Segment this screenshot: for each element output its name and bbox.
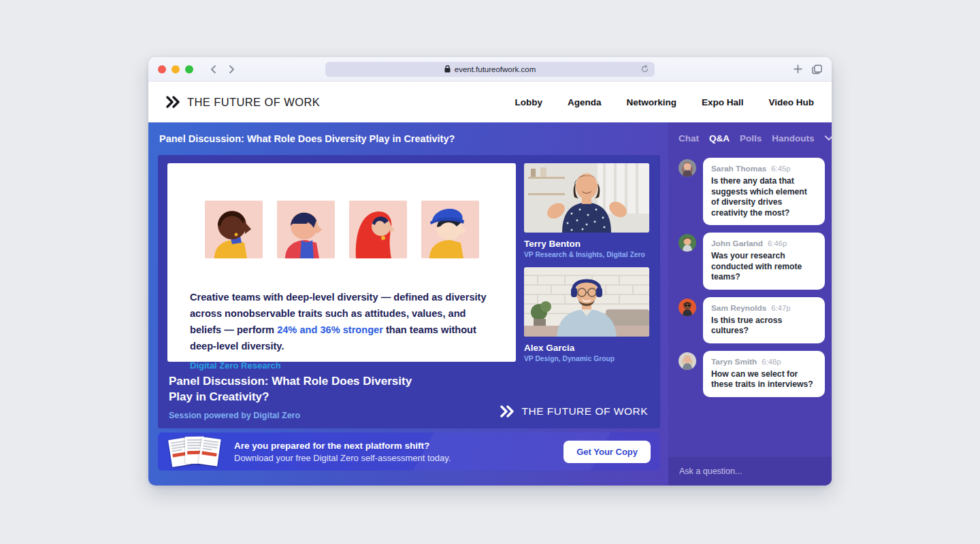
main-nav: Lobby Agenda Networking Expo Hall Video … [514, 97, 814, 107]
avatar [679, 352, 696, 370]
portrait-illustration-4 [421, 201, 479, 258]
speaker-video-feed[interactable] [524, 163, 649, 233]
session-stage: Panel Discussion: What Role Does Diversi… [148, 122, 668, 486]
question-item: Sam Reynolds6:47p Is this true across cu… [679, 297, 825, 343]
tab-chat[interactable]: Chat [679, 133, 699, 143]
question-list[interactable]: Sarah Thomas6:45p Is there any data that… [668, 154, 832, 457]
question-text: Was your research conducted with remote … [711, 251, 817, 283]
reload-icon[interactable] [640, 65, 649, 73]
question-time: 6:47p [771, 304, 790, 312]
question-time: 6:46p [768, 239, 787, 248]
portrait-illustration-2 [277, 201, 335, 258]
question-card[interactable]: John Garland6:46p Was your research cond… [703, 233, 825, 290]
highlighted-stat: 24% and 36% stronger [277, 324, 383, 335]
question-item: John Garland6:46p Was your research cond… [679, 233, 825, 290]
session-watermark-logo: THE FUTURE OF WORK [500, 405, 648, 420]
tab-polls[interactable]: Polls [740, 133, 762, 143]
new-tab-icon[interactable] [794, 65, 802, 73]
speaker-role: VP Design, Dynamic Group [524, 355, 649, 362]
get-your-copy-button[interactable]: Get Your Copy [564, 441, 651, 463]
question-card[interactable]: Sam Reynolds6:47p Is this true across cu… [703, 297, 825, 343]
portrait-illustration-1 [205, 201, 263, 258]
nav-item-expo-hall[interactable]: Expo Hall [702, 97, 744, 107]
engagement-sidebar: Chat Q&A Polls Handouts Sarah Thomas6:45… [668, 122, 832, 486]
speaker-name: Alex Garcia [524, 343, 649, 353]
speaker-video-feed[interactable] [524, 267, 649, 337]
session-powered-by: Session powered by Digital Zero [169, 411, 412, 420]
double-chevron-logo-icon [500, 405, 515, 418]
question-text: Is there any data that suggests which el… [711, 176, 817, 218]
question-item: Taryn Smith6:48p How can we select for t… [679, 351, 825, 397]
banner-heading: Are you prepared for the next platform s… [234, 441, 451, 451]
browser-window: event.futureofwork.com THE FUTURE OF WOR… [148, 57, 832, 486]
tab-qa[interactable]: Q&A [709, 133, 730, 143]
lock-icon [444, 65, 451, 73]
nav-item-agenda[interactable]: Agenda [568, 97, 602, 107]
video-player[interactable]: Creative teams with deep-level diversity… [158, 155, 660, 428]
zoom-window-button[interactable] [185, 65, 193, 73]
question-author: John Garland [711, 239, 763, 248]
close-window-button[interactable] [158, 65, 166, 73]
slide-source-link[interactable]: Digital Zero Research [190, 360, 493, 371]
address-bar[interactable]: event.futureofwork.com [325, 62, 655, 77]
presentation-slide: Creative teams with deep-level diversity… [167, 163, 516, 362]
speaker-name: Terry Benton [524, 239, 649, 249]
site-header: THE FUTURE OF WORK Lobby Agenda Networki… [148, 82, 832, 122]
back-button[interactable] [210, 65, 217, 73]
diversity-illustration [190, 201, 493, 258]
session-title: Panel Discussion: What Role Does Diversi… [169, 373, 412, 405]
speaker-terry-benton: Terry Benton VP Research & Insights, Dig… [524, 163, 649, 258]
speaker-alex-garcia: Alex Garcia VP Design, Dynamic Group [524, 267, 649, 362]
assessment-document-thumbnail [167, 436, 220, 467]
avatar [679, 159, 696, 177]
question-text: Is this true across cultures? [711, 316, 817, 337]
url-text: event.futureofwork.com [455, 65, 536, 73]
speakers-column: Terry Benton VP Research & Insights, Dig… [524, 163, 649, 362]
question-author: Taryn Smith [711, 357, 757, 367]
forward-button[interactable] [228, 65, 235, 73]
nav-item-video-hub[interactable]: Video Hub [768, 97, 814, 107]
session-caption: Panel Discussion: What Role Does Diversi… [167, 373, 649, 420]
nav-item-lobby[interactable]: Lobby [514, 97, 542, 107]
question-item: Sarah Thomas6:45p Is there any data that… [679, 158, 825, 225]
nav-item-networking[interactable]: Networking [626, 97, 676, 107]
ask-question-bar [668, 457, 832, 486]
sidebar-tabs: Chat Q&A Polls Handouts [668, 122, 832, 154]
question-time: 6:45p [771, 165, 790, 173]
question-time: 6:48p [762, 358, 781, 366]
question-card[interactable]: Taryn Smith6:48p How can we select for t… [703, 351, 825, 397]
avatar [679, 299, 696, 316]
portrait-illustration-3 [349, 201, 407, 258]
promo-banner: Are you prepared for the next platform s… [158, 432, 660, 471]
question-author: Sarah Thomas [711, 164, 766, 173]
brand-name: THE FUTURE OF WORK [521, 405, 648, 418]
browser-chrome: event.futureofwork.com [148, 57, 832, 82]
site-logo[interactable]: THE FUTURE OF WORK [166, 96, 320, 109]
tab-handouts[interactable]: Handouts [772, 133, 814, 143]
tab-overview-icon[interactable] [812, 65, 822, 74]
session-title-bar: Panel Discussion: What Role Does Diversi… [148, 122, 668, 155]
question-card[interactable]: Sarah Thomas6:45p Is there any data that… [703, 158, 825, 225]
double-chevron-logo-icon [166, 96, 181, 108]
avatar [679, 234, 696, 252]
minimize-window-button[interactable] [172, 65, 180, 73]
question-text: How can we select for these traits in in… [711, 369, 817, 390]
slide-statistic-text: Creative teams with deep-level diversity… [190, 289, 493, 354]
question-author: Sam Reynolds [711, 303, 766, 313]
chevron-down-icon[interactable] [825, 135, 832, 141]
window-controls [158, 65, 193, 73]
ask-question-input[interactable] [679, 466, 821, 476]
speaker-role: VP Research & Insights, Digital Zero [524, 251, 649, 258]
banner-subheading: Download your free Digital Zero self-ass… [234, 453, 451, 463]
brand-name: THE FUTURE OF WORK [187, 96, 320, 109]
